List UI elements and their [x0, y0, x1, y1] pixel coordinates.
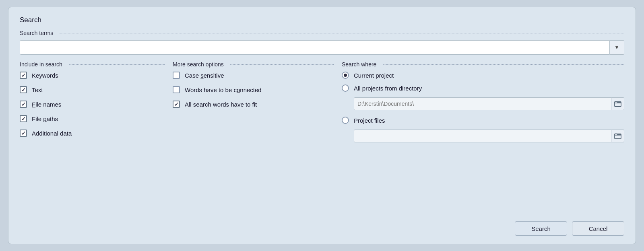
search-terms-section: Search terms ▼: [20, 30, 624, 55]
checkbox-words-connected[interactable]: Words have to be connected: [173, 86, 334, 93]
checkbox-text[interactable]: Text: [20, 86, 165, 93]
checkbox-additional-data-box[interactable]: [20, 130, 27, 137]
checkbox-file-paths[interactable]: File paths: [20, 115, 165, 122]
checkbox-file-paths-box[interactable]: [20, 115, 27, 122]
radio-all-projects-btn[interactable]: [342, 84, 349, 92]
checkbox-file-names-label: File names: [32, 101, 61, 108]
checkbox-file-names-box[interactable]: [20, 101, 27, 108]
radio-project-files-btn[interactable]: [342, 117, 349, 124]
more-search-options-header: More search options: [173, 61, 334, 68]
radio-all-projects[interactable]: All projects from directory: [342, 84, 624, 92]
checkbox-file-names[interactable]: File names: [20, 101, 165, 108]
checkbox-keywords[interactable]: Keywords: [20, 72, 165, 79]
search-where-column: Search where Current project All project…: [342, 61, 624, 211]
directory-browse-button[interactable]: [611, 97, 624, 110]
search-input[interactable]: [20, 40, 610, 55]
checkbox-text-box[interactable]: [20, 86, 27, 93]
folder-icon: [614, 100, 621, 107]
radio-current-project-btn[interactable]: [342, 72, 349, 79]
radio-current-project-label: Current project: [354, 72, 394, 79]
folder-icon-2: [614, 132, 621, 140]
project-files-input[interactable]: [354, 130, 611, 142]
bottom-buttons-row: Search Cancel: [20, 217, 624, 236]
directory-input[interactable]: [354, 97, 611, 110]
radio-current-project[interactable]: Current project: [342, 72, 624, 79]
search-button[interactable]: Search: [515, 221, 567, 236]
checkbox-keywords-label: Keywords: [32, 72, 58, 79]
project-files-input-row: [354, 130, 624, 142]
radio-all-projects-label: All projects from directory: [354, 85, 422, 92]
cancel-button[interactable]: Cancel: [572, 221, 624, 236]
dialog-title: Search: [20, 16, 624, 24]
checkbox-additional-data-label: Additional data: [32, 130, 72, 137]
include-in-search-column: Include in search Keywords Text File nam…: [20, 61, 173, 211]
more-search-options-column: More search options Case sensitive Words…: [173, 61, 342, 211]
project-files-browse-button[interactable]: [611, 130, 624, 142]
search-input-row: ▼: [20, 40, 624, 55]
search-where-header: Search where: [342, 61, 624, 68]
checkbox-all-words-fit[interactable]: All search words have to fit: [173, 101, 334, 108]
checkbox-case-sensitive[interactable]: Case sensitive: [173, 72, 334, 79]
checkbox-file-paths-label: File paths: [32, 115, 58, 122]
checkbox-additional-data[interactable]: Additional data: [20, 130, 165, 137]
checkbox-words-connected-label: Words have to be connected: [185, 86, 262, 93]
checkbox-all-words-fit-box[interactable]: [173, 101, 180, 108]
search-dialog: Search Search terms ▼ Include in search …: [8, 7, 636, 244]
directory-input-row: [354, 97, 624, 110]
search-dropdown-button[interactable]: ▼: [610, 40, 624, 55]
checkbox-all-words-fit-label: All search words have to fit: [185, 101, 257, 108]
checkbox-case-sensitive-box[interactable]: [173, 72, 180, 79]
columns-section: Include in search Keywords Text File nam…: [20, 61, 624, 211]
checkbox-text-label: Text: [32, 86, 43, 93]
radio-project-files[interactable]: Project files: [342, 117, 624, 124]
checkbox-case-sensitive-label: Case sensitive: [185, 72, 224, 79]
radio-project-files-label: Project files: [354, 117, 385, 124]
search-terms-header: Search terms: [20, 30, 624, 36]
include-in-search-header: Include in search: [20, 61, 165, 68]
checkbox-keywords-box[interactable]: [20, 72, 27, 79]
checkbox-words-connected-box[interactable]: [173, 86, 180, 93]
